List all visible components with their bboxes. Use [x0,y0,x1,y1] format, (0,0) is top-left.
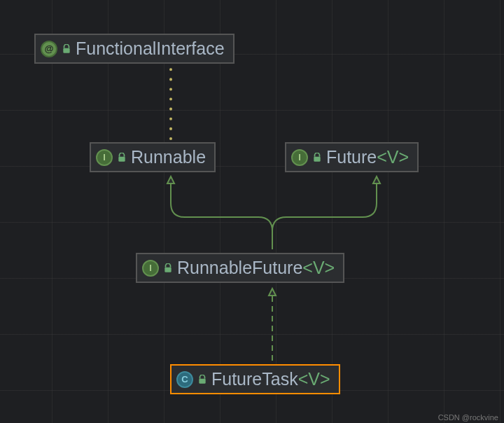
class-name: Future [326,147,377,167]
annotation-badge: @ [41,41,57,57]
lock-icon [312,153,322,162]
generic-param: <V> [302,258,335,277]
interface-badge: I [291,149,308,166]
generic-param: <V> [298,369,330,389]
node-label: FunctionalInterface [76,39,225,59]
node-future[interactable]: I Future<V> [285,142,419,172]
lock-icon [163,263,173,273]
svg-rect-1 [118,156,125,161]
node-label: FutureTask<V> [211,369,330,389]
interface-badge: I [96,149,113,166]
class-badge: C [176,371,193,388]
svg-rect-4 [199,378,205,383]
class-name: FutureTask [211,369,298,389]
node-label: Future<V> [326,147,409,167]
generic-param: <V> [377,147,409,167]
class-name: RunnableFuture [177,258,302,277]
node-runnable[interactable]: I Runnable [90,142,216,172]
node-label: RunnableFuture<V> [177,258,335,278]
node-runnablefuture[interactable]: I RunnableFuture<V> [136,253,344,283]
svg-rect-0 [63,48,69,53]
interface-badge: I [142,260,159,277]
lock-icon [117,153,127,162]
svg-rect-3 [164,267,171,272]
lock-icon [197,375,207,384]
watermark: CSDN @rockvine [438,413,498,422]
svg-rect-2 [314,156,320,161]
lock-icon [62,44,71,54]
node-futuretask[interactable]: C FutureTask<V> [170,364,340,394]
node-label: Runnable [131,147,206,167]
node-functionalinterface[interactable]: @ FunctionalInterface [34,34,234,64]
